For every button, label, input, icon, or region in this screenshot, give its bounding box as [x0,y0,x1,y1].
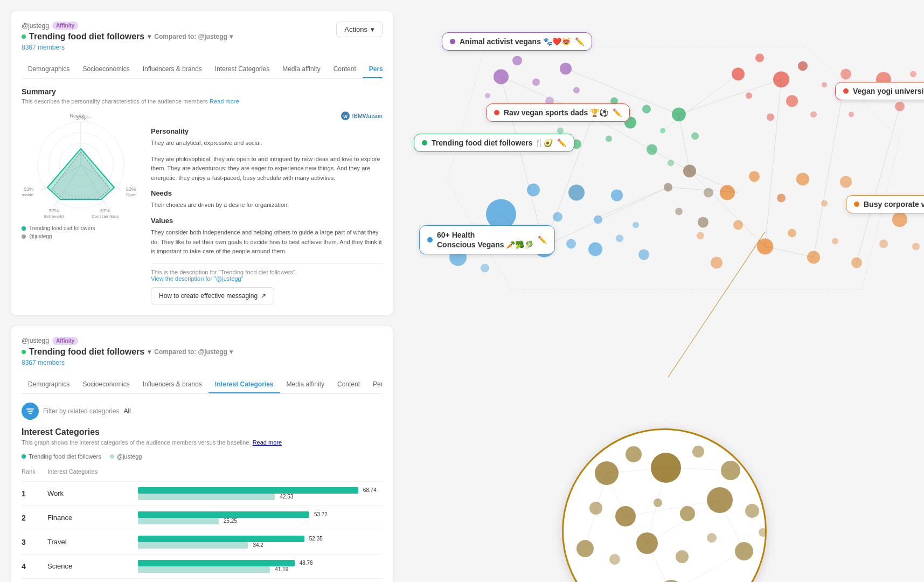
tab-socioeconomics-1[interactable]: Socioeconomics [76,61,136,78]
svg-point-52 [642,105,651,113]
bubble-raw-vegan[interactable]: Raw vegan sports dads 🏆⚽ ✏️ [486,103,630,122]
svg-point-37 [798,61,808,71]
pct-gray-1: 42.53 [280,494,383,500]
svg-point-81 [840,176,852,188]
edit-icon-animal[interactable]: ✏️ [575,37,584,46]
bar-group-1: 68.74 42.53 [138,486,383,501]
edit-icon-raw-vegan[interactable]: ✏️ [613,108,622,117]
svg-point-69 [566,239,576,248]
tab-demographics-2[interactable]: Demographics [22,376,76,393]
chevron-down-icon-2[interactable]: ▾ [230,33,233,40]
values-section-title: Values [151,217,383,225]
read-more-link-2[interactable]: Read more [253,439,282,446]
svg-point-77 [749,171,760,182]
needs-section-title: Needs [151,189,383,197]
table-row: 4 Science 48.76 41.19 [22,554,383,578]
table-row: 5 Retail 41.09 16.94 [22,578,383,582]
svg-point-66 [633,221,639,228]
svg-point-64 [594,215,602,224]
status-dot-2 [22,350,26,354]
svg-point-91 [912,242,920,250]
svg-line-147 [626,500,720,516]
personality-text-panel: W IBMWatson Personality They are analyti… [151,111,383,304]
svg-point-87 [832,238,838,244]
svg-point-92 [711,257,722,268]
svg-point-40 [767,113,774,121]
svg-point-79 [796,172,809,185]
svg-line-148 [626,516,647,543]
svg-point-97 [675,207,683,215]
svg-line-117 [857,106,900,262]
bubble-label-corporate: Busy corporate vegan moms 👩‍💼🌿 [864,200,924,209]
tab-interest-1[interactable]: Interest Categories [209,61,276,78]
tab-media-2[interactable]: Media affinity [280,376,331,393]
tab-content-1[interactable]: Content [327,61,363,78]
svg-point-137 [759,528,767,537]
bubble-health60[interactable]: 60+ HealthConscious Vegans 🥕🥦🥬 ✏️ [419,225,555,254]
filter-icon-button[interactable] [22,403,39,420]
tab-socioeconomics-2[interactable]: Socioeconomics [76,376,136,393]
bar-group-2: 53.72 25.25 [138,510,383,525]
tab-interest-2[interactable]: Interest Categories [209,376,280,393]
category-1: Work [47,489,134,497]
svg-line-153 [585,473,607,549]
bubble-corporate[interactable]: Busy corporate vegan moms 👩‍💼🌿 ✏️ [846,195,924,213]
edit-icon-health60[interactable]: ✏️ [538,235,547,244]
bubble-animal-activist[interactable]: Animal activist vegans 🐾❤️😻 ✏️ [442,32,592,51]
svg-point-28 [532,78,540,86]
actions-button[interactable]: Actions ▾ [336,22,383,37]
pct-teal-3: 52.35 [309,536,383,542]
chevron-down-icon-3: ▾ [371,25,374,33]
bar-teal-3 [138,536,304,542]
read-more-link-1[interactable]: Read more [210,98,239,105]
rank-4: 4 [22,562,43,571]
tab-personality-1[interactable]: Personality [363,61,383,78]
chevron-down-icon-1[interactable]: ▾ [148,33,151,40]
svg-rect-25 [29,413,32,414]
svg-rect-23 [26,408,34,410]
view-description-link[interactable]: View the description for "@justegg" [151,275,244,282]
tab-bar-2: Demographics Socioeconomics Influencers … [22,376,383,394]
pct-teal-2: 53.72 [314,511,383,517]
filter-row: Filter by related categories All [22,403,383,420]
svg-text:Agreeable: Agreeable [22,192,34,197]
pct-gray-3: 34.2 [253,542,383,548]
svg-point-122 [692,446,704,458]
svg-rect-24 [27,411,33,412]
bubble-dot-animal [450,39,455,44]
bar-legend: Trending food diet followers @justegg [22,453,383,460]
needs-text: Their choices are driven by a desire for… [151,200,383,210]
summary-title: Summary [22,87,383,96]
svg-point-51 [606,135,612,142]
interest-categories-card: @justegg Affinity Trending food diet fol… [11,326,393,582]
tab-media-1[interactable]: Media affinity [276,61,326,78]
tab-personality-2[interactable]: Personality [366,376,383,393]
svg-point-80 [821,200,828,206]
svg-point-130 [745,504,759,518]
chevron-down-icon-5[interactable]: ▾ [230,348,233,356]
svg-point-93 [697,232,704,239]
bubble-dot-raw-vegan [494,110,499,115]
bubble-dot-trending [422,140,427,146]
tab-demographics-1[interactable]: Demographics [22,61,76,78]
svg-text:Open: Open [126,192,137,197]
bubble-trending[interactable]: Trending food diet followers 🍴🥑 ✏️ [414,134,574,152]
tab-content-2[interactable]: Content [331,376,366,393]
legend-dot-audience [22,226,26,231]
bubble-label-vegan-yogi: Vegan yogi university students 🧘‍♀️🌿 [853,87,924,95]
category-4: Science [47,562,134,570]
rank-1: 1 [22,489,43,498]
svg-text:63%: 63% [126,186,136,192]
messaging-button[interactable]: How to create effective messaging ↗ [151,287,274,304]
chevron-down-icon-4[interactable]: ▾ [148,348,151,356]
bubble-vegan-yogi[interactable]: Vegan yogi university students 🧘‍♀️🌿 ✏️ [835,82,924,100]
svg-point-58 [647,144,657,155]
svg-point-120 [626,446,642,462]
bubble-dot-health60 [427,237,433,242]
legend-dot-light [110,454,114,459]
bar-teal-4 [138,560,295,566]
edit-icon-trending[interactable]: ✏️ [557,138,566,147]
tab-influencers-2[interactable]: Influencers & brands [136,376,209,393]
svg-point-41 [810,111,817,117]
tab-influencers-1[interactable]: Influencers & brands [136,61,209,78]
